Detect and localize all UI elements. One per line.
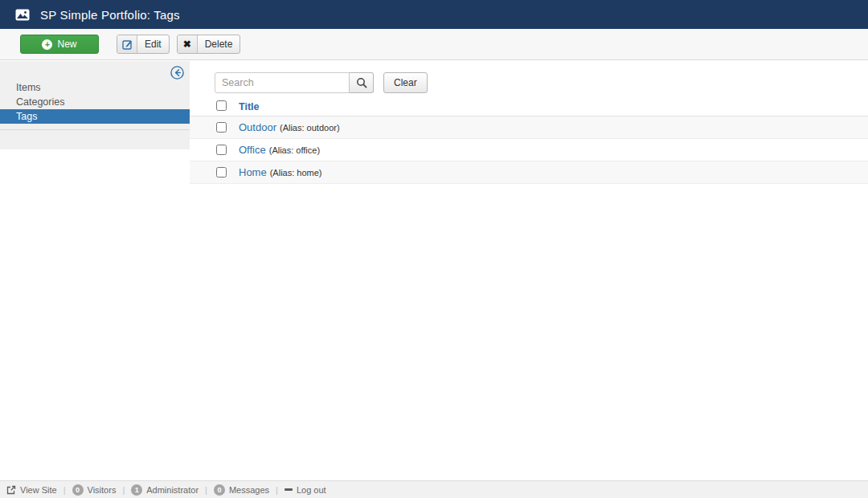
sidebar-divider — [0, 129, 190, 130]
tag-link-home[interactable]: Home — [239, 166, 267, 178]
title-column-header[interactable]: Title — [239, 101, 259, 112]
administrator-count-badge: 1 — [131, 484, 142, 496]
sidebar-item-categories[interactable]: Categories — [0, 95, 190, 109]
delete-button-label: Delete — [198, 35, 240, 53]
new-button-label: New — [57, 39, 76, 50]
tags-table: Title Outdoor(Alias: outdoor) Office(Ali… — [190, 96, 868, 184]
plus-icon: + — [42, 39, 52, 50]
page-title: SP Simple Portfolio: Tags — [40, 8, 180, 22]
table-row: Outdoor(Alias: outdoor) — [190, 116, 868, 138]
status-bar: View Site | 0 Visitors | 1 Administrator… — [0, 480, 868, 498]
messages-link[interactable]: 0 Messages — [214, 484, 269, 496]
select-all-checkbox[interactable] — [216, 100, 227, 111]
table-row: Office(Alias: office) — [190, 138, 868, 161]
main-content: Clear Title Outdoor(Alias: outdoor) — [190, 60, 868, 184]
delete-x-icon: ✖ — [178, 35, 198, 53]
footer-separator: | — [122, 485, 125, 495]
tag-link-outdoor[interactable]: Outdoor — [239, 121, 276, 133]
visitors-count-badge: 0 — [72, 484, 84, 496]
view-site-label: View Site — [20, 485, 57, 495]
tag-alias: (Alias: home) — [270, 168, 322, 178]
tag-alias: (Alias: office) — [269, 145, 320, 155]
toolbar: + New Edit ✖ Delete — [0, 29, 868, 60]
edit-button-label: Edit — [137, 35, 169, 53]
clear-button[interactable]: Clear — [383, 72, 428, 93]
view-site-link[interactable]: View Site — [6, 485, 57, 495]
administrator-label: Administrator — [146, 485, 199, 495]
external-link-icon — [6, 485, 16, 495]
row-checkbox-outdoor[interactable] — [216, 122, 227, 133]
sidebar-menu: Items Categories Tags — [0, 80, 190, 124]
collapse-sidebar-button[interactable] — [170, 66, 184, 80]
logout-link[interactable]: Log out — [285, 485, 326, 495]
row-checkbox-office[interactable] — [216, 145, 227, 155]
admin-header: SP Simple Portfolio: Tags — [0, 0, 868, 29]
messages-count-badge: 0 — [214, 484, 225, 496]
footer-separator: | — [205, 485, 207, 495]
visitors-label: Visitors — [88, 485, 117, 495]
logout-icon — [285, 488, 293, 491]
new-button[interactable]: + New — [20, 35, 99, 54]
administrator-link[interactable]: 1 Administrator — [131, 484, 199, 496]
app-window: SP Simple Portfolio: Tags + New Edit ✖ D… — [0, 0, 868, 498]
image-icon — [15, 9, 30, 21]
edit-icon — [117, 35, 137, 53]
footer-separator: | — [276, 485, 278, 495]
filter-bar: Clear — [215, 72, 868, 93]
search-group — [215, 72, 374, 93]
visitors-link[interactable]: 0 Visitors — [72, 484, 117, 496]
table-row: Home(Alias: home) — [190, 161, 868, 183]
search-button[interactable] — [349, 72, 374, 93]
logout-label: Log out — [297, 485, 326, 495]
sidebar-item-items[interactable]: Items — [0, 80, 190, 95]
delete-button[interactable]: ✖ Delete — [177, 35, 241, 54]
messages-label: Messages — [229, 485, 269, 495]
sidebar-item-tags[interactable]: Tags — [0, 109, 190, 124]
search-icon — [356, 77, 367, 88]
footer-separator: | — [63, 485, 66, 495]
sidebar: Items Categories Tags — [0, 61, 190, 149]
row-checkbox-home[interactable] — [216, 167, 227, 178]
edit-button[interactable]: Edit — [117, 35, 170, 54]
search-input[interactable] — [215, 72, 350, 93]
table-header-row: Title — [190, 96, 868, 116]
tag-link-office[interactable]: Office — [239, 144, 266, 156]
tag-alias: (Alias: outdoor) — [280, 123, 340, 133]
